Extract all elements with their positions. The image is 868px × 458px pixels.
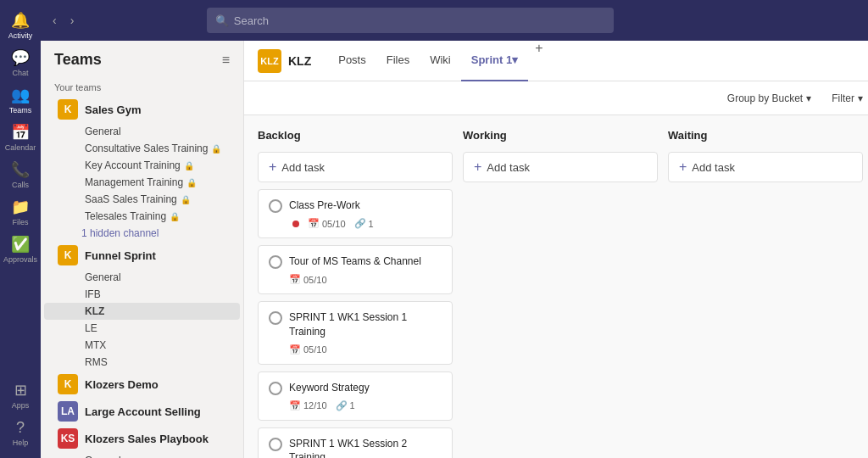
team-sales-gym[interactable]: K Sales Gym ···: [44, 96, 240, 123]
task-date: 📅 05/10: [308, 218, 346, 229]
task-title-2: Tour of MS Teams & Channel: [289, 254, 442, 269]
forward-button[interactable]: ›: [65, 10, 80, 31]
klozers-playbook-avatar: KS: [58, 428, 78, 449]
nav-calls[interactable]: 📞 Calls: [3, 158, 37, 192]
group-by-label: Group by Bucket: [727, 92, 803, 104]
tab-wiki[interactable]: Wiki: [420, 41, 461, 81]
lock-icon-2: 🔒: [184, 161, 194, 170]
channel-ksp-general[interactable]: General: [44, 452, 240, 458]
topbar-navigation: ‹ ›: [47, 10, 79, 31]
large-account-avatar: LA: [58, 401, 78, 422]
filter-label: Filter: [832, 92, 854, 104]
sidebar: Teams ≡ Your teams K Sales Gym ··· Gener…: [41, 41, 244, 458]
task-title-5: SPRINT 1 WK1 Session 2 Training: [289, 437, 442, 458]
nav-help[interactable]: ? Help: [3, 416, 37, 450]
column-backlog: Backlog + Add task Class Pre-Work: [258, 126, 453, 458]
group-by-button[interactable]: Group by Bucket ▾: [722, 89, 816, 108]
nav-chat-label: Chat: [12, 69, 28, 77]
task-sprint1-wk1-s2[interactable]: SPRINT 1 WK1 Session 2 Training 📅 07/10: [258, 427, 453, 458]
your-teams-label: Your teams: [41, 75, 243, 96]
task-tour-ms-teams[interactable]: Tour of MS Teams & Channel 📅 05/10: [258, 245, 453, 294]
team-large-account[interactable]: LA Large Account Selling ···: [44, 398, 240, 425]
channel-header: KLZ KLZ Posts Files Wiki Sprint 1 ▾ + ⊡ …: [244, 41, 868, 81]
topbar: ‹ › 🔍 ··· Klozers Group Ltd K — □ ✕: [41, 0, 868, 41]
add-task-plus-icon: +: [269, 159, 276, 175]
files-icon: 📁: [11, 198, 30, 216]
task-attach: 🔗 1: [354, 218, 374, 229]
task-circle-4: [269, 382, 282, 395]
nav-approvals-label: Approvals: [3, 255, 37, 264]
klozers-demo-name: Klozers Demo: [85, 378, 222, 391]
tab-posts[interactable]: Posts: [328, 41, 376, 81]
approvals-icon: ✅: [11, 235, 30, 254]
calendar-meta-icon-4: 📅: [289, 400, 301, 411]
channel-consultative-sales[interactable]: Consultative Sales Training 🔒: [44, 140, 240, 157]
tab-sprint1[interactable]: Sprint 1 ▾: [461, 41, 528, 81]
klozers-demo-avatar: K: [58, 374, 78, 394]
column-waiting: Waiting + Add task: [668, 126, 863, 458]
column-waiting-header: Waiting: [668, 126, 863, 145]
channel-telesales[interactable]: Telesales Training 🔒: [44, 208, 240, 225]
nav-teams-label: Teams: [9, 106, 32, 114]
channel-management[interactable]: Management Training 🔒: [44, 174, 240, 191]
add-task-backlog[interactable]: + Add task: [258, 152, 453, 182]
filter-button[interactable]: Filter ▾: [826, 89, 868, 108]
nav-apps[interactable]: ⊞ Apps: [3, 378, 37, 412]
channel-rms[interactable]: RMS: [44, 354, 240, 371]
funnel-sprint-name: Funnel Sprint: [85, 249, 222, 262]
board-area: Backlog + Add task Class Pre-Work: [244, 115, 868, 458]
add-task-working-plus: +: [474, 159, 481, 175]
channel-name: KLZ: [288, 54, 311, 68]
nav-chat[interactable]: 💬 Chat: [3, 46, 37, 80]
add-task-waiting-plus: +: [679, 159, 687, 175]
team-klozers-playbook[interactable]: KS Klozers Sales Playbook ···: [44, 425, 240, 452]
sprint-dropdown-icon: ▾: [512, 53, 518, 66]
search-bar[interactable]: 🔍: [207, 8, 614, 33]
channel-saas[interactable]: SaaS Sales Training 🔒: [44, 191, 240, 208]
nav-approvals[interactable]: ✅ Approvals: [3, 232, 37, 266]
task-title-4: Keyword Strategy: [289, 381, 442, 395]
add-task-waiting-label: Add task: [692, 161, 735, 174]
task-date-2: 📅 05/10: [289, 274, 327, 285]
lock-icon: 🔒: [211, 144, 221, 154]
channel-key-account[interactable]: Key Account Training 🔒: [44, 157, 240, 174]
apps-icon: ⊞: [14, 381, 27, 399]
search-input[interactable]: [234, 14, 605, 27]
channel-ifb[interactable]: IFB: [44, 286, 240, 303]
team-klozers-demo[interactable]: K Klozers Demo ···: [44, 371, 240, 398]
add-task-waiting[interactable]: + Add task: [668, 152, 863, 182]
channel-le[interactable]: LE: [44, 320, 240, 337]
task-date-4: 📅 12/10: [289, 400, 327, 411]
calendar-meta-icon: 📅: [308, 218, 320, 229]
channel-sg-general[interactable]: General: [44, 123, 240, 140]
add-task-working[interactable]: + Add task: [463, 152, 658, 182]
nav-calendar[interactable]: 📅 Calendar: [3, 120, 37, 154]
task-sprint1-wk1-s1[interactable]: SPRINT 1 WK1 Session 1 Training 📅 05/10: [258, 301, 453, 365]
task-keyword-strategy[interactable]: Keyword Strategy 📅 12/10 🔗 1: [258, 371, 453, 421]
task-circle: [269, 199, 282, 213]
sidebar-header: Teams ≡: [41, 41, 243, 75]
calendar-meta-icon-2: 📅: [289, 274, 301, 285]
nav-files[interactable]: 📁 Files: [3, 195, 37, 229]
large-account-name: Large Account Selling: [85, 405, 222, 418]
task-title: Class Pre-Work: [289, 198, 442, 213]
channel-mtx[interactable]: MTX: [44, 337, 240, 354]
team-funnel-sprint[interactable]: K Funnel Sprint ···: [44, 242, 240, 269]
channel-klz[interactable]: KLZ: [44, 303, 240, 320]
nav-activity[interactable]: 🔔 Activity: [3, 8, 37, 42]
channel-fs-general[interactable]: General: [44, 269, 240, 286]
add-task-working-label: Add task: [487, 161, 530, 174]
task-class-prework[interactable]: Class Pre-Work 📅 05/10 🔗 1: [258, 189, 453, 238]
tab-files[interactable]: Files: [376, 41, 420, 81]
task-circle-2: [269, 255, 282, 269]
filter-icon[interactable]: ≡: [222, 53, 230, 68]
nav-teams[interactable]: 👥 Teams: [3, 83, 37, 117]
add-tab-button[interactable]: +: [528, 41, 549, 81]
funnel-sprint-avatar: K: [58, 245, 78, 265]
search-icon: 🔍: [215, 14, 229, 27]
nav-files-label: Files: [12, 218, 28, 226]
klozers-playbook-name: Klozers Sales Playbook: [85, 433, 222, 445]
teams-icon: 👥: [11, 86, 30, 104]
back-button[interactable]: ‹: [47, 10, 62, 31]
hidden-channel-link[interactable]: 1 hidden channel: [41, 225, 243, 242]
